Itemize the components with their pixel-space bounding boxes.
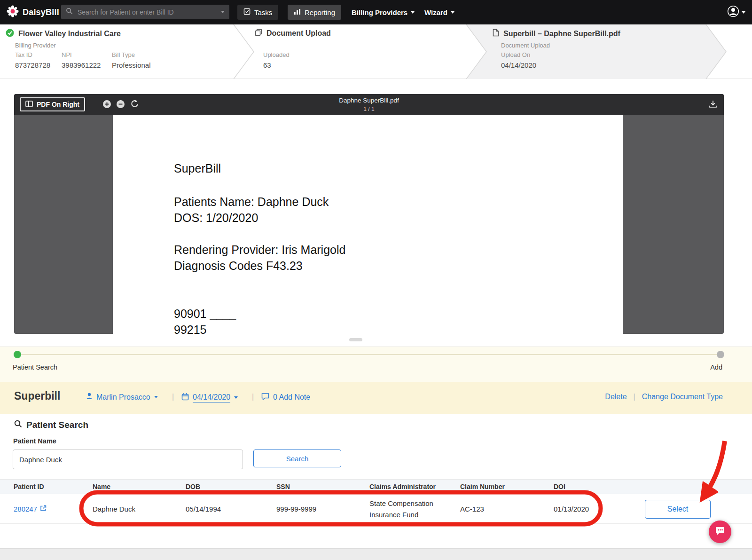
upload-on-field: Upload On 04/14/2020 <box>501 51 536 69</box>
breadcrumb-billing-provider[interactable]: Flower Valley Industrial Care Billing Pr… <box>0 24 244 79</box>
breadcrumb-superbill-document[interactable]: Superbill – Daphne SuperBill.pdf Documen… <box>477 24 726 79</box>
search-icon <box>14 420 22 430</box>
col-dob: DOB <box>186 483 276 490</box>
download-icon[interactable] <box>709 100 717 108</box>
col-claim-number: Claim Number <box>460 483 554 490</box>
reporting-label: Reporting <box>305 8 335 16</box>
pdf-on-right-button[interactable]: PDF On Right <box>20 97 85 111</box>
stepper-label-patient-search: Patient Search <box>13 363 57 371</box>
person-icon <box>86 393 93 402</box>
account-menu[interactable] <box>727 0 745 24</box>
npi-value: 3983961222 <box>62 61 101 69</box>
doc-patient-line: Patients Name: Daphne Duck <box>174 195 329 209</box>
chevron-down-icon <box>411 11 415 14</box>
breadcrumb-document-upload[interactable]: Document Upload Uploaded 63 <box>244 24 477 79</box>
uploaded-count: 63 <box>263 61 290 69</box>
pdf-viewer: PDF On Right Daphne SuperBill.pdf 1 / 1 … <box>14 94 724 334</box>
tasks-label: Tasks <box>254 8 272 16</box>
col-patient-id: Patient ID <box>14 483 93 490</box>
tasks-icon <box>243 8 251 16</box>
top-nav: DaisyBill Tasks Reporting Billing Provid… <box>0 0 752 24</box>
search-button[interactable]: Search <box>253 450 341 467</box>
assignee-name: Marlin Prosacco <box>96 393 150 402</box>
pdf-toolbar: PDF On Right Daphne SuperBill.pdf 1 / 1 <box>14 94 724 115</box>
global-search[interactable] <box>61 5 229 19</box>
calendar-icon <box>181 393 189 402</box>
document-upload-title: Document Upload <box>266 29 331 38</box>
separator: | <box>172 393 174 401</box>
file-icon <box>493 29 499 39</box>
col-claims-administrator: Claims Administrator <box>369 483 460 490</box>
zoom-out-icon[interactable] <box>116 100 125 109</box>
patient-name-input[interactable] <box>13 450 243 469</box>
cell-claims-administrator: State Compensation Insurance Fund <box>369 498 445 520</box>
npi-label: NPI <box>62 51 101 58</box>
tax-id-value: 873728728 <box>15 61 50 69</box>
npi-field: NPI 3983961222 <box>62 51 101 69</box>
cell-name: Daphne Duck <box>93 505 186 513</box>
separator: | <box>252 393 254 401</box>
user-account-icon <box>727 5 739 19</box>
chat-bubble-icon <box>714 525 726 538</box>
billing-providers-label: Billing Providers <box>352 8 407 16</box>
doc-dos-line: DOS: 1/20/2020 <box>174 211 258 225</box>
superbill-document-title: Superbill – Daphne SuperBill.pdf <box>503 30 620 38</box>
col-name: Name <box>93 483 186 490</box>
patient-id-link[interactable]: 280247 <box>14 505 93 513</box>
separator: | <box>634 393 635 401</box>
billing-provider-subtitle: Billing Provider <box>15 42 56 49</box>
stepper-label-add: Add <box>710 363 722 371</box>
tax-id-label: Tax ID <box>15 51 50 58</box>
splitter-grip-handle[interactable] <box>349 338 362 341</box>
chevron-down-icon <box>234 396 238 399</box>
doc-code-line-1: 90901 ____ <box>174 307 236 321</box>
layout-panel-icon <box>25 101 33 109</box>
superbill-actions: Delete | Change Document Type <box>605 393 723 401</box>
chevron-down-icon[interactable] <box>221 11 225 13</box>
stepper-dot-add[interactable] <box>717 351 724 358</box>
cell-ssn: 999-99-9999 <box>276 505 369 513</box>
pdf-on-right-label: PDF On Right <box>37 101 79 108</box>
doc-diagnosis-line: Diagnosis Codes F43.23 <box>174 259 303 273</box>
change-document-type-link[interactable]: Change Document Type <box>642 393 723 401</box>
cell-dob: 05/14/1994 <box>186 505 276 513</box>
upload-on-value: 04/14/2020 <box>501 61 536 69</box>
bar-chart-icon <box>294 8 301 16</box>
workflow-stepper: Patient Search Add <box>0 346 752 382</box>
zoom-in-icon[interactable] <box>102 100 111 109</box>
wizard-menu[interactable]: Wizard <box>424 0 454 24</box>
patient-name-label: Patient Name <box>13 437 56 445</box>
chevron-down-icon <box>154 396 158 398</box>
table-row: 280247 Daphne Duck 05/14/1994 999-99-999… <box>0 495 752 524</box>
results-table-header: Patient ID Name DOB SSN Claims Administr… <box>0 479 752 494</box>
patient-search-heading-label: Patient Search <box>26 420 88 430</box>
assignee-dropdown[interactable]: Marlin Prosacco <box>86 393 158 402</box>
patient-search-heading: Patient Search <box>14 420 88 430</box>
date-dropdown[interactable]: 04/14/2020 <box>181 393 238 402</box>
superbill-title: Superbill <box>14 390 60 402</box>
stepper-dot-patient-search[interactable] <box>14 351 21 358</box>
chat-button[interactable] <box>709 521 731 543</box>
wizard-label: Wizard <box>424 8 447 16</box>
brand-name: DaisyBill <box>23 8 59 17</box>
doc-code-line-2: 99215 <box>174 323 207 334</box>
footer-strip <box>0 548 752 560</box>
add-note-link[interactable]: 0 Add Note <box>261 393 310 402</box>
uploaded-label: Uploaded <box>263 51 290 58</box>
check-circle-icon <box>6 29 14 39</box>
bill-type-field: Bill Type Professional <box>112 51 151 69</box>
comment-icon <box>261 393 269 402</box>
select-button[interactable]: Select <box>645 500 711 519</box>
global-search-input[interactable] <box>77 8 217 16</box>
delete-link[interactable]: Delete <box>605 393 627 401</box>
tasks-button[interactable]: Tasks <box>237 5 278 20</box>
bill-type-value: Professional <box>112 61 151 69</box>
screen: DaisyBill Tasks Reporting Billing Provid… <box>0 0 752 560</box>
rotate-icon[interactable] <box>130 99 139 108</box>
doc-heading: SuperBill <box>174 162 221 175</box>
stepper-track <box>17 354 721 355</box>
billing-providers-menu[interactable]: Billing Providers <box>352 0 415 24</box>
reporting-button[interactable]: Reporting <box>288 5 341 20</box>
bill-type-label: Bill Type <box>112 51 151 58</box>
daisybill-logo[interactable]: DaisyBill <box>7 0 59 24</box>
